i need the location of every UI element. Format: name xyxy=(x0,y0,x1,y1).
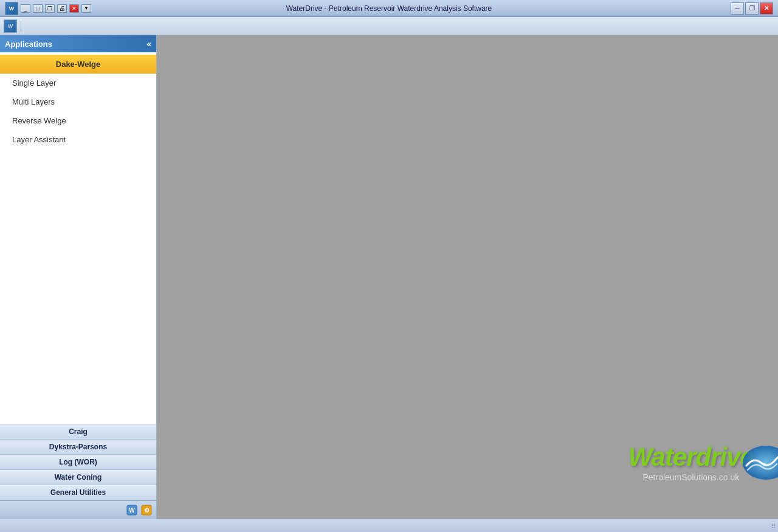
sidebar-item-multi-layers[interactable]: Multi Layers xyxy=(0,92,156,111)
print-btn[interactable]: 🖨 xyxy=(57,4,67,13)
win-minimize-btn[interactable]: ─ xyxy=(731,2,744,15)
sidebar-collapse-btn[interactable]: « xyxy=(146,39,151,49)
sidebar: Applications « Dake-Welge Single Layer M… xyxy=(0,35,157,519)
svg-text:⚙: ⚙ xyxy=(144,507,150,514)
window-title: WaterDrive - Petroleum Reservoir Waterdr… xyxy=(286,4,492,13)
main-area: Applications « Dake-Welge Single Layer M… xyxy=(0,35,778,519)
svg-text:W: W xyxy=(129,507,135,514)
water-coning-button[interactable]: Water Coning xyxy=(0,470,156,485)
dropdown-arrow-btn[interactable]: ▼ xyxy=(81,4,91,13)
status-icon-2[interactable]: ⚙ xyxy=(140,504,153,516)
sidebar-status: W ⚙ xyxy=(0,500,156,519)
toolbar: W xyxy=(0,17,778,35)
title-bar: W _ □ ❐ 🖨 ✕ ▼ WaterDrive - Petroleum Res… xyxy=(0,0,778,17)
app-statusbar: ⠿ xyxy=(0,519,778,532)
craig-button[interactable]: Craig xyxy=(0,424,156,440)
sidebar-item-reverse-welge[interactable]: Reverse Welge xyxy=(0,111,156,130)
sidebar-item-layer-assistant[interactable]: Layer Assistant xyxy=(0,130,156,149)
branding: Waterdrive PetroleumSolutions.co.uk xyxy=(628,444,754,482)
brand-url: PetroleumSolutions.co.uk xyxy=(628,472,754,482)
sidebar-header: Applications « xyxy=(0,35,156,52)
log-wor-button[interactable]: Log (WOR) xyxy=(0,455,156,470)
general-utilities-button[interactable]: General Utilities xyxy=(0,485,156,500)
sidebar-title: Applications xyxy=(5,40,52,49)
sidebar-item-single-layer[interactable]: Single Layer xyxy=(0,74,156,92)
close-small-btn[interactable]: ✕ xyxy=(69,4,79,13)
win-restore-btn[interactable]: ❐ xyxy=(745,2,759,15)
sidebar-bottom: Craig Dykstra-Parsons Log (WOR) Water Co… xyxy=(0,424,156,500)
statusbar-grip: ⠿ xyxy=(771,523,776,530)
content-area: Waterdrive PetroleumSolutions.co.uk xyxy=(157,35,778,519)
maximize-small-btn[interactable]: □ xyxy=(33,4,43,13)
win-close-btn[interactable]: ✕ xyxy=(760,2,773,15)
sidebar-nav: Dake-Welge Single Layer Multi Layers Rev… xyxy=(0,52,156,424)
window-controls: ─ ❐ ✕ xyxy=(731,2,773,15)
toolbar-btn-1[interactable]: W xyxy=(4,19,17,33)
minimize-small-btn[interactable]: _ xyxy=(21,4,30,13)
toolbar-sep-1 xyxy=(21,21,21,32)
restore-small-btn[interactable]: ❐ xyxy=(45,4,55,13)
title-bar-left: W _ □ ❐ 🖨 ✕ ▼ xyxy=(5,2,91,15)
dykstra-parsons-button[interactable]: Dykstra-Parsons xyxy=(0,440,156,455)
sidebar-item-dake-welge[interactable]: Dake-Welge xyxy=(0,55,156,74)
brand-logo-text: Waterdrive xyxy=(628,443,754,471)
brand-wave-icon xyxy=(742,444,778,481)
app-icon-btn[interactable]: W xyxy=(5,2,18,15)
status-icon-1[interactable]: W xyxy=(126,504,138,516)
